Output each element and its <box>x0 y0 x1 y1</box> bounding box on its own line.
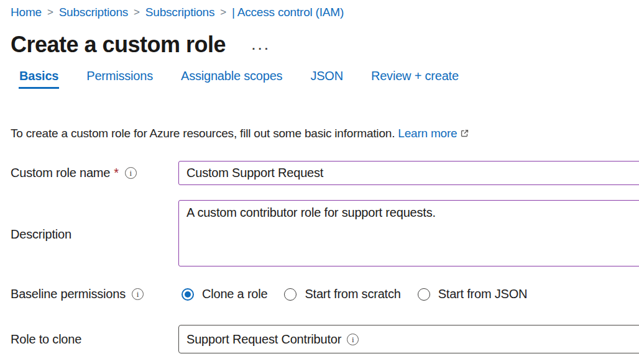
radio-start-from-json[interactable]: Start from JSON <box>418 287 528 301</box>
description-label: Description <box>11 227 178 242</box>
tab-permissions[interactable]: Permissions <box>86 65 154 89</box>
radio-clone-a-role[interactable]: Clone a role <box>182 287 267 301</box>
description-label-text: Description <box>11 227 71 242</box>
description-textarea[interactable]: A custom contributor role for support re… <box>178 200 639 266</box>
description-row: Description A custom contributor role fo… <box>11 200 639 269</box>
radio-label: Clone a role <box>202 287 267 301</box>
page-title: Create a custom role <box>11 32 226 57</box>
tab-assignable-scopes[interactable]: Assignable scopes <box>180 65 283 89</box>
baseline-permissions-label-text: Baseline permissions <box>11 287 126 301</box>
info-icon[interactable]: i <box>347 334 359 345</box>
title-row: Create a custom role ··· <box>11 32 639 57</box>
baseline-permissions-label: Baseline permissions i <box>11 287 178 301</box>
breadcrumb-separator: > <box>47 6 53 19</box>
breadcrumb: Home > Subscriptions > Subscriptions > |… <box>11 6 639 19</box>
role-to-clone-label-text: Role to clone <box>11 332 81 347</box>
role-to-clone-label: Role to clone <box>11 332 178 347</box>
breadcrumb-subscriptions[interactable]: Subscriptions <box>59 6 128 19</box>
breadcrumb-current-access-control: | Access control (IAM) <box>232 6 344 19</box>
radio-label: Start from scratch <box>305 287 400 301</box>
breadcrumb-separator: > <box>220 6 226 19</box>
tab-review-create[interactable]: Review + create <box>370 65 459 89</box>
baseline-permissions-row: Baseline permissions i Clone a role Star… <box>11 287 639 301</box>
radio-start-from-scratch[interactable]: Start from scratch <box>284 287 400 301</box>
external-link-icon <box>460 127 469 137</box>
more-options-button[interactable]: ··· <box>252 43 271 55</box>
radio-label: Start from JSON <box>438 287 528 301</box>
learn-more-link[interactable]: Learn more <box>398 127 457 140</box>
custom-role-name-label: Custom role name * i <box>11 166 178 180</box>
role-to-clone-value: Support Request Contributor <box>186 332 341 347</box>
breadcrumb-subscriptions-2[interactable]: Subscriptions <box>145 6 214 19</box>
intro-sentence: To create a custom role for Azure resour… <box>11 127 395 140</box>
required-marker: * <box>114 166 119 180</box>
breadcrumb-separator: > <box>134 6 140 19</box>
baseline-permissions-radio-group: Clone a role Start from scratch Start fr… <box>178 287 639 301</box>
radio-button-icon <box>418 288 430 301</box>
radio-button-icon <box>284 288 297 301</box>
custom-role-name-label-text: Custom role name <box>11 166 110 180</box>
info-icon[interactable]: i <box>125 167 137 179</box>
create-custom-role-page: Home > Subscriptions > Subscriptions > |… <box>0 0 639 364</box>
custom-role-name-row: Custom role name * i <box>11 161 639 185</box>
role-to-clone-combobox[interactable]: Support Request Contributor i <box>178 325 639 353</box>
tab-json[interactable]: JSON <box>310 65 344 89</box>
tab-bar: Basics Permissions Assignable scopes JSO… <box>19 65 639 89</box>
radio-button-icon <box>182 288 194 301</box>
role-to-clone-row: Role to clone Support Request Contributo… <box>11 325 639 353</box>
breadcrumb-home[interactable]: Home <box>11 6 42 19</box>
tab-basics[interactable]: Basics <box>19 65 59 89</box>
intro-text: To create a custom role for Azure resour… <box>11 127 639 140</box>
custom-role-name-input[interactable] <box>178 161 639 185</box>
info-icon[interactable]: i <box>132 288 144 300</box>
